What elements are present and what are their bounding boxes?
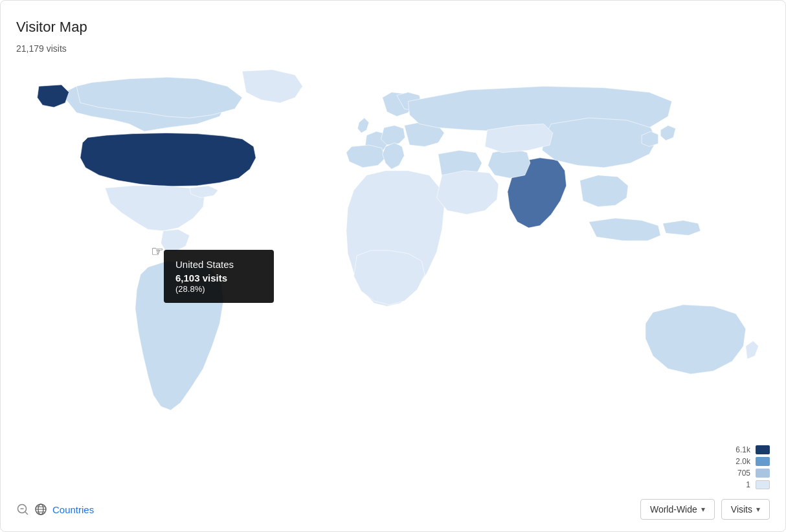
worldwide-dropdown[interactable]: World-Wide ▾ <box>640 499 715 520</box>
globe-icon <box>34 503 47 516</box>
bottom-bar: Countries World-Wide ▾ Visits ▾ <box>16 499 770 520</box>
map-legend: 6.1k 2.0k 705 1 <box>735 445 770 489</box>
legend-label-3: 2.0k <box>735 457 750 466</box>
world-map-svg[interactable]: .country { stroke: #fff; stroke-width: 0… <box>16 59 770 460</box>
legend-item-3: 2.0k <box>735 457 770 466</box>
legend-item-1: 1 <box>746 480 770 489</box>
map-area[interactable]: .country { stroke: #fff; stroke-width: 0… <box>16 59 770 460</box>
legend-label-4: 6.1k <box>735 445 750 454</box>
countries-link[interactable]: Countries <box>52 504 94 515</box>
visit-count: 21,179 visits <box>16 43 770 54</box>
visits-dropdown[interactable]: Visits ▾ <box>721 499 770 520</box>
legend-label-2: 705 <box>737 469 750 478</box>
legend-swatch-2 <box>756 469 770 478</box>
bottom-right: World-Wide ▾ Visits ▾ <box>640 499 770 520</box>
bottom-left: Countries <box>16 503 94 516</box>
worldwide-chevron: ▾ <box>701 505 705 514</box>
visitor-map-container: Visitor Map 21,179 visits .country { str… <box>0 0 786 532</box>
svg-line-3 <box>25 512 28 515</box>
legend-item-4: 6.1k <box>735 445 770 454</box>
legend-label-1: 1 <box>746 480 750 489</box>
legend-swatch-3 <box>756 457 770 466</box>
visits-chevron: ▾ <box>756 505 760 514</box>
page-title: Visitor Map <box>16 19 770 36</box>
legend-item-2: 705 <box>737 469 770 478</box>
legend-swatch-1 <box>756 480 770 489</box>
visits-label: Visits <box>731 504 752 515</box>
legend-swatch-4 <box>756 445 770 454</box>
worldwide-label: World-Wide <box>650 504 697 515</box>
zoom-out-icon[interactable] <box>16 503 29 516</box>
